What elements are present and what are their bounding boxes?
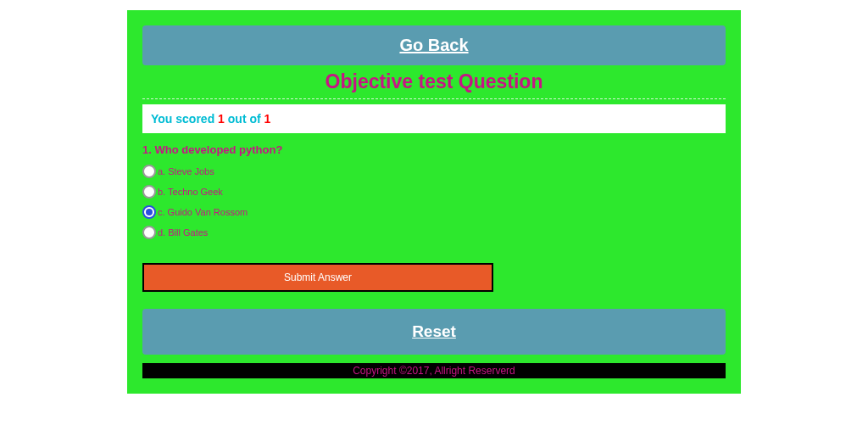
score-box: You scored 1 out of 1: [142, 104, 726, 133]
option-label: c. Guido Van Rossom: [158, 207, 248, 217]
score-value: 1: [218, 112, 225, 126]
radio-icon: [142, 165, 156, 178]
option-label: a. Steve Jobs: [158, 166, 214, 176]
option-label: d. Bill Gates: [158, 227, 208, 238]
footer: Copyright ©2017, Allright Reserverd: [142, 363, 726, 378]
score-total: 1: [264, 112, 271, 126]
radio-icon: [142, 185, 156, 199]
question-text: 1. Who developed python?: [142, 143, 726, 156]
options-group: a. Steve Jobs b. Techno Geek c. Guido Va…: [142, 165, 726, 239]
reset-link: Reset: [412, 322, 456, 340]
option-d[interactable]: d. Bill Gates: [142, 226, 726, 239]
go-back-bar[interactable]: Go Back: [142, 25, 726, 65]
quiz-container: Go Back Objective test Question You scor…: [127, 10, 741, 394]
score-prefix: You scored: [151, 112, 218, 126]
reset-bar[interactable]: Reset: [142, 309, 726, 355]
page-title: Objective test Question: [142, 69, 726, 99]
go-back-link: Go Back: [399, 36, 468, 54]
score-mid: out of: [225, 112, 264, 126]
option-a[interactable]: a. Steve Jobs: [142, 165, 726, 178]
radio-icon: [142, 226, 156, 239]
option-b[interactable]: b. Techno Geek: [142, 185, 726, 199]
option-c[interactable]: c. Guido Van Rossom: [142, 205, 726, 219]
radio-icon: [142, 205, 156, 219]
option-label: b. Techno Geek: [158, 187, 223, 197]
submit-answer-button[interactable]: Submit Answer: [142, 263, 493, 292]
